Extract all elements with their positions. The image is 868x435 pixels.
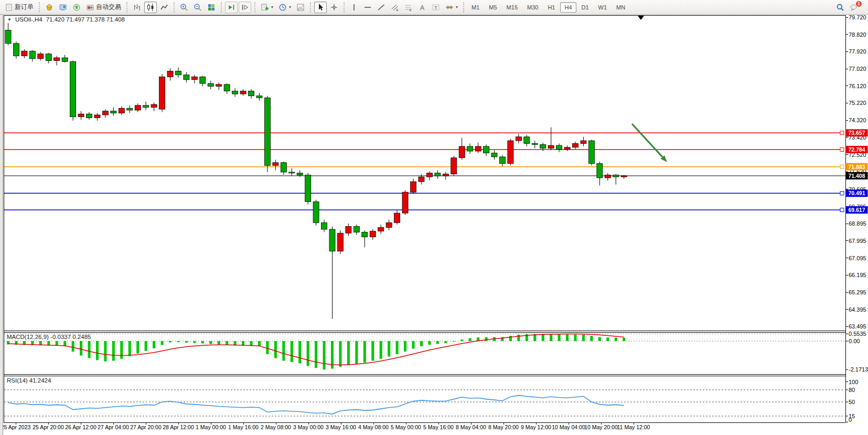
candle [208,83,213,86]
svg-text:71.408: 71.408 [848,173,865,179]
crosshair-button[interactable] [328,2,340,13]
timeframe-button-M15[interactable]: M15 [502,2,522,13]
timeframe-button-H1[interactable]: H1 [543,2,559,13]
macd-histogram-bar [88,341,91,358]
candle [370,231,376,237]
macd-histogram-bar [420,341,423,346]
search-icon [836,3,844,12]
candle [111,111,116,113]
text-label-button[interactable]: T [430,2,442,13]
indicators-button[interactable]: ▾ [259,2,275,13]
timeframe-button-M30[interactable]: M30 [523,2,542,13]
macd-histogram-bar [274,341,277,358]
macd-histogram-bar [323,341,326,369]
bar-chart-button[interactable] [131,2,143,13]
macd-histogram-bar [444,341,447,343]
trendline-button[interactable] [375,2,388,13]
timeframe-button-D1[interactable]: D1 [577,2,593,13]
macd-histogram-bar [404,341,406,352]
chart-shift-button[interactable] [239,2,251,13]
terminal-icon-button[interactable] [57,2,69,13]
candle [491,153,497,157]
auto-trading-button[interactable]: 自动交易 [84,2,123,13]
svg-text:67.095: 67.095 [849,255,866,261]
trendline-icon [377,3,385,12]
timeframe-button-M5[interactable]: M5 [485,2,501,13]
candle [573,144,578,147]
macd-histogram-bar [315,341,317,368]
candle [54,58,60,60]
chart-menu-arrow-icon[interactable]: ▼ [7,17,12,22]
new-order-button[interactable]: 新订单 [3,2,36,13]
candle [419,177,424,182]
timeframe-button-MN[interactable]: MN [612,2,629,13]
timeframe-button-M1[interactable]: M1 [467,2,484,13]
zoom-out-icon [194,3,202,12]
chart-canvas[interactable]: 79.72078.82077.92077.02076.12075.22074.3… [0,15,868,435]
candles-icon [146,3,155,12]
candle [29,51,35,59]
zoom-in-button[interactable] [178,2,190,13]
macd-histogram-bar [574,335,577,342]
candle [62,58,68,61]
equidistant-channel-button[interactable]: E [389,2,401,13]
level-anchor [840,192,844,195]
macd-histogram-bar [96,341,99,360]
candle [78,114,84,116]
macd-histogram-bar [469,338,471,342]
svg-text:8 May 04:00: 8 May 04:00 [456,424,486,430]
timeframe-button-H4[interactable]: H4 [560,2,576,13]
candle [70,61,76,116]
line-chart-button[interactable] [158,2,170,13]
periods-button[interactable]: ▾ [276,2,293,13]
market-icon-button[interactable] [43,2,56,13]
label-icon: T [432,3,440,12]
search-button[interactable] [834,2,846,13]
candle [475,146,481,151]
candle [175,71,181,75]
svg-text:78.820: 78.820 [849,31,866,38]
macd-histogram-bar [615,338,617,342]
timeframe-button-W1[interactable]: W1 [594,2,612,13]
candle [426,173,432,177]
candle [337,233,343,251]
zoom-out-button[interactable] [191,2,204,13]
indicators-icon [261,3,269,12]
candle [353,227,359,232]
candle [435,173,441,176]
terminal-icon [59,3,67,12]
candle [451,158,457,174]
candlestick-chart-button[interactable] [144,2,157,13]
chart-quote: 71.420 71.497 71.378 71.408 [46,16,125,23]
arrow-annotation[interactable] [632,124,662,157]
candle [119,108,124,113]
svg-text:A: A [420,4,424,11]
notifications-button[interactable]: 1 [848,2,860,13]
auto-scroll-button[interactable] [225,2,238,13]
templates-button[interactable] [294,2,307,13]
toolbar-separator [254,2,255,13]
svg-text:70.491: 70.491 [848,190,865,196]
text-button[interactable]: A [416,2,428,13]
arrows-button[interactable]: ▾ [443,2,460,13]
fibonacci-button[interactable]: F [402,2,415,13]
vertical-line-button[interactable] [348,2,360,13]
macd-histogram-bar [363,341,366,363]
signal-icon-button[interactable] [70,2,83,13]
macd-histogram-bar [56,341,58,346]
tile-windows-button[interactable] [205,2,218,13]
text-icon: A [418,3,426,12]
macd-histogram-bar [339,341,341,367]
candle [581,141,586,143]
candle [297,173,303,175]
candle [532,144,538,145]
candle [394,213,400,222]
svg-text:4 May 08:00: 4 May 08:00 [358,424,389,430]
candle [305,175,311,201]
new-order-icon [5,3,13,12]
cursor-button[interactable] [314,2,327,13]
macd-histogram-bar [128,341,131,356]
svg-text:64.395: 64.395 [849,306,866,313]
candle [508,141,513,164]
horizontal-line-button[interactable] [361,2,374,13]
